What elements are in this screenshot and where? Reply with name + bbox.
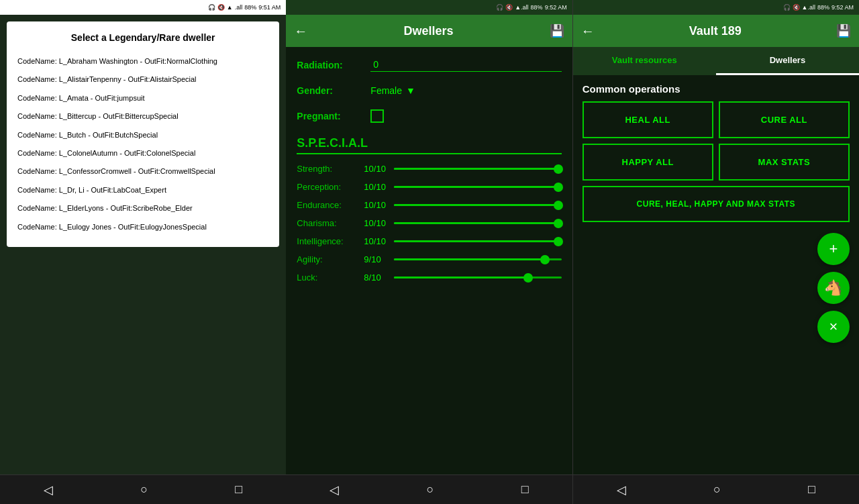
stat-slider[interactable] (394, 168, 561, 170)
cure-all-button[interactable]: CURE ALL (719, 101, 850, 138)
slider-thumb (523, 273, 533, 283)
stat-slider[interactable] (394, 276, 561, 279)
list-item[interactable]: CodeName: L_Amata - OutFit:jumpsuit (17, 89, 268, 107)
dialog-title: Select a Legendary/Rare dweller (17, 32, 268, 43)
recents-nav-icon[interactable]: □ (235, 483, 242, 497)
list-item[interactable]: CodeName: L_Bittercup - OutFit:Bittercup… (17, 107, 268, 125)
stat-label: Agility: (297, 254, 364, 264)
save-button[interactable]: 💾 (836, 23, 851, 38)
panel2: 🎧 🔇 ▲.all 88% 9:52 AM ← Dwellers 💾 Radia… (286, 0, 572, 504)
time-text: 9:51 AM (258, 4, 281, 11)
stat-agility: Agility: 9/10 (297, 254, 561, 264)
panel3-header: ← Vault 189 💾 (573, 15, 859, 47)
panel2-title: Dwellers (307, 24, 549, 38)
gender-row: Gender: Female ▼ (297, 85, 561, 96)
mute-icon: 🔇 (793, 4, 800, 11)
stats-list: Strength: 10/10 Perception: 10/10 Endura… (297, 164, 561, 283)
slider-thumb (540, 255, 550, 264)
list-item[interactable]: CodeName: L_Eulogy Jones - OutFit:Eulogy… (17, 218, 268, 236)
panel2-form: Radiation: 0 Gender: Female ▼ Pregnant: … (286, 47, 572, 474)
home-nav-icon[interactable]: ○ (427, 483, 434, 497)
stat-value: 10/10 (364, 164, 394, 174)
battery-text: 88% (817, 4, 829, 11)
list-item[interactable]: CodeName: L_ColonelAutumn - OutFit:Colon… (17, 144, 268, 162)
pregnant-label: Pregnant: (297, 111, 370, 121)
list-item[interactable]: CodeName: L_Butch - OutFit:ButchSpecial (17, 126, 268, 144)
tab-vault-resources[interactable]: Vault resources (573, 47, 716, 75)
horse-fab[interactable]: 🐴 (817, 272, 850, 304)
stat-charisma: Charisma: 10/10 (297, 218, 561, 228)
operations-grid: HEAL ALL CURE ALL HAPPY ALL MAX STATS (573, 101, 859, 181)
slider-thumb (554, 219, 563, 228)
gender-value: Female (370, 85, 402, 96)
max-stats-button[interactable]: MAX STATS (719, 144, 850, 181)
recents-nav-icon[interactable]: □ (808, 483, 815, 497)
back-nav-icon[interactable]: ◁ (44, 483, 53, 497)
stat-value: 10/10 (364, 236, 394, 246)
stat-value: 8/10 (364, 272, 394, 283)
slider-thumb (554, 183, 563, 192)
signal-icon: ▲ (227, 4, 233, 11)
stat-label: Luck: (297, 272, 364, 283)
panel2-status-icons: 🎧 🔇 ▲.all 88% 9:52 AM (496, 4, 566, 11)
stat-slider[interactable] (394, 240, 561, 242)
home-nav-icon[interactable]: ○ (713, 483, 721, 497)
signal-icon: ▲.all (802, 4, 815, 11)
back-button[interactable]: ← (294, 23, 307, 39)
radiation-label: Radiation: (297, 60, 370, 70)
mute-icon: 🔇 (217, 4, 225, 11)
add-fab[interactable]: + (817, 233, 850, 265)
save-button[interactable]: 💾 (550, 23, 564, 38)
panel1-status-icons: 🎧 🔇 ▲ .all 88% 9:51 AM (208, 4, 281, 11)
slider-fill (394, 186, 561, 188)
stat-slider[interactable] (394, 222, 561, 224)
stat-perception: Perception: 10/10 (297, 182, 561, 192)
slider-fill (394, 258, 544, 260)
slider-thumb (554, 201, 563, 210)
close-fab[interactable]: × (817, 311, 850, 343)
slider-thumb (554, 237, 563, 246)
slider-fill (394, 168, 561, 170)
tab-dwellers[interactable]: Dwellers (716, 47, 859, 75)
heal-all-button[interactable]: HEAL ALL (583, 101, 713, 138)
wifi-icon: .all (235, 4, 243, 11)
stat-label: Intelligence: (297, 236, 364, 246)
stat-label: Charisma: (297, 218, 364, 228)
panel2-status-bar: 🎧 🔇 ▲.all 88% 9:52 AM (286, 0, 572, 15)
back-nav-icon[interactable]: ◁ (617, 483, 626, 497)
panel1: 🎧 🔇 ▲ .all 88% 9:51 AM Select a Legendar… (0, 0, 286, 504)
gender-select[interactable]: Female ▼ (370, 85, 415, 96)
stat-slider[interactable] (394, 186, 561, 188)
headphone-icon: 🎧 (208, 4, 215, 11)
list-item[interactable]: CodeName: L_AlistairTenpenny - OutFit:Al… (17, 70, 268, 89)
list-item[interactable]: CodeName: L_Abraham Washington - OutFit:… (17, 52, 268, 70)
special-title: S.P.E.C.I.A.L (297, 136, 561, 150)
panel3-title: Vault 189 (595, 24, 836, 38)
combo-button[interactable]: CURE, HEAL, HAPPY AND MAX STATS (583, 186, 850, 222)
fab-container: + 🐴 × (573, 228, 859, 348)
happy-all-button[interactable]: HAPPY ALL (583, 144, 713, 181)
time-text: 9:52 AM (831, 4, 854, 11)
list-item[interactable]: CodeName: L_ConfessorCromwell - OutFit:C… (17, 162, 268, 181)
home-nav-icon[interactable]: ○ (140, 483, 148, 497)
panel2-nav-bar: ◁ ○ □ (286, 474, 572, 504)
slider-fill (394, 204, 561, 206)
panel3-status-bar: 🎧 🔇 ▲.all 88% 9:52 AM (573, 0, 859, 15)
radiation-input[interactable]: 0 (370, 58, 561, 72)
stat-strength: Strength: 10/10 (297, 164, 561, 174)
recents-nav-icon[interactable]: □ (521, 483, 529, 497)
headphone-icon: 🎧 (783, 4, 791, 11)
slider-fill (394, 240, 561, 242)
back-nav-icon[interactable]: ◁ (330, 483, 339, 497)
slider-thumb (554, 164, 563, 174)
stat-slider[interactable] (394, 258, 561, 260)
pregnant-checkbox[interactable] (370, 109, 384, 123)
back-button[interactable]: ← (581, 23, 595, 39)
list-item[interactable]: CodeName: L_Dr, Li - OutFit:LabCoat_Expe… (17, 181, 268, 199)
panel3: 🎧 🔇 ▲.all 88% 9:52 AM ← Vault 189 💾 Vaul… (573, 0, 859, 504)
slider-fill (394, 222, 561, 224)
stat-value: 10/10 (364, 182, 394, 192)
stat-slider[interactable] (394, 204, 561, 206)
list-item[interactable]: CodeName: L_ElderLyons - OutFit:ScribeRo… (17, 199, 268, 217)
slider-fill (394, 276, 527, 279)
